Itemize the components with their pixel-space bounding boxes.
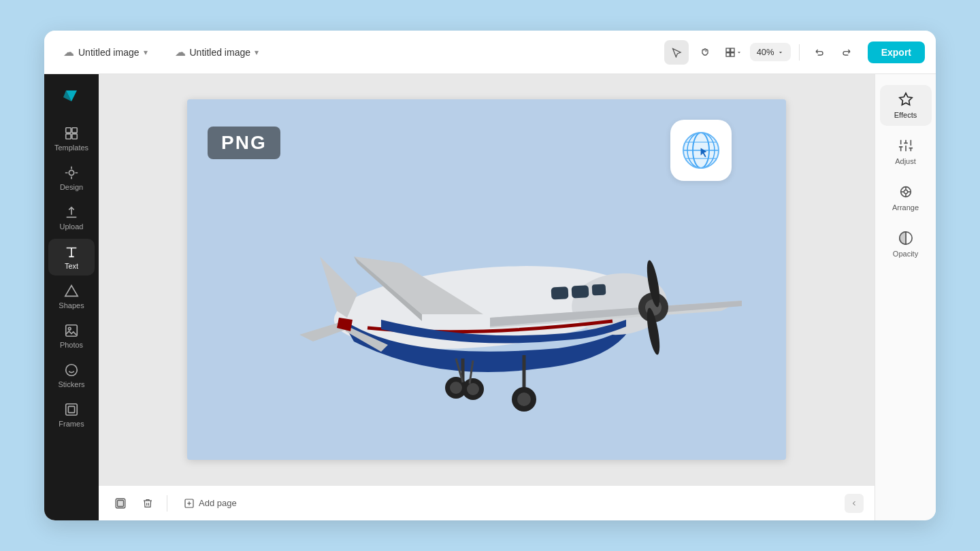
separator [799,44,800,61]
sidebar-item-text[interactable]: Text [48,239,95,276]
redo-button[interactable] [834,40,858,65]
svg-rect-7 [72,134,77,139]
sidebar-item-design[interactable]: Design [48,160,95,197]
svg-rect-29 [592,284,606,295]
right-panel-adjust-label: Adjust [895,157,916,165]
right-panel-opacity[interactable]: Opacity [880,224,932,265]
canvas-wrapper[interactable]: PNG [99,74,875,485]
hand-tool-button[interactable] [693,40,717,65]
zoom-label: 40% [757,47,774,57]
chevron-down-icon-2: ▾ [255,48,259,57]
header: ☁ Untitled image ▾ ☁ Untitled image ▾ [44,31,936,74]
header-controls: 40% Export [664,40,925,65]
doc-tab-2-label: Untitled image [190,47,251,58]
svg-rect-0 [726,48,730,52]
canvas-area: PNG [99,74,875,520]
bottom-divider [167,495,167,512]
zoom-button[interactable]: 40% [750,43,791,61]
select-tool-button[interactable] [664,40,689,65]
svg-rect-5 [72,128,77,133]
sidebar-item-text-label: Text [65,262,78,270]
canvas[interactable]: PNG [187,99,786,460]
svg-rect-4 [66,128,71,133]
sidebar-item-upload-label: Upload [60,222,84,231]
doc-tab-1[interactable]: ☁ Untitled image ▾ [55,41,156,63]
right-panel-effects[interactable]: Effects [880,85,932,126]
svg-marker-9 [65,286,78,297]
svg-rect-2 [726,52,730,56]
doc-tab-2[interactable]: ☁ Untitled image ▾ [167,41,267,63]
svg-point-11 [68,327,71,330]
sidebar: Templates Design Upload [44,74,99,520]
right-panel-arrange-label: Arrange [892,203,919,212]
cloud-icon-1: ☁ [63,46,74,59]
cloud-icon-2: ☁ [175,46,186,59]
doc-tab-1-label: Untitled image [78,47,140,58]
svg-rect-1 [730,48,734,52]
svg-rect-45 [118,500,124,506]
svg-rect-27 [551,286,569,299]
sidebar-item-photos-label: Photos [60,341,83,349]
sidebar-item-templates-label: Templates [54,144,88,152]
add-page-button[interactable]: Add page [176,494,245,513]
svg-marker-49 [899,93,911,105]
add-page-label: Add page [199,498,237,508]
right-panel-opacity-label: Opacity [893,250,918,258]
page-thumbnail-button[interactable] [110,492,131,514]
airplane-image [231,151,742,437]
svg-rect-28 [572,285,589,298]
collapse-panel-button[interactable] [845,494,864,513]
view-options-button[interactable] [721,40,746,65]
sidebar-item-frames[interactable]: Frames [48,397,95,433]
header-left: ☁ Untitled image ▾ ☁ Untitled image ▾ [55,41,659,63]
svg-point-8 [69,170,74,175]
bottom-right [845,494,864,513]
svg-point-12 [66,365,78,376]
right-panel-arrange[interactable]: Arrange [880,178,932,218]
svg-rect-6 [66,134,71,139]
app-container: ☁ Untitled image ▾ ☁ Untitled image ▾ [44,31,936,520]
right-panel-effects-label: Effects [894,111,917,119]
sidebar-item-templates[interactable]: Templates [48,120,95,157]
export-button[interactable]: Export [868,41,925,63]
undo-redo-group [808,40,858,65]
svg-point-36 [517,393,531,406]
sidebar-item-upload[interactable]: Upload [48,199,95,236]
svg-rect-16 [68,406,74,412]
bottom-bar: Add page [99,485,875,520]
delete-page-button[interactable] [137,492,159,514]
sidebar-item-stickers[interactable]: Stickers [48,357,95,394]
undo-button[interactable] [808,40,832,65]
sidebar-item-shapes[interactable]: Shapes [48,278,95,315]
svg-point-60 [904,190,908,194]
sidebar-item-photos[interactable]: Photos [48,318,95,354]
svg-rect-15 [66,404,78,416]
right-panel: Effects Adjust [875,74,936,520]
sidebar-item-frames-label: Frames [59,420,84,428]
svg-rect-3 [730,52,734,56]
svg-point-41 [467,383,479,395]
svg-point-39 [450,382,462,394]
sidebar-item-shapes-label: Shapes [59,301,84,310]
chevron-down-icon-1: ▾ [144,48,148,57]
sidebar-item-stickers-label: Stickers [58,380,84,388]
right-panel-adjust[interactable]: Adjust [880,131,932,172]
main-area: Templates Design Upload [44,74,936,520]
sidebar-item-design-label: Design [60,183,83,191]
app-logo [55,80,88,112]
